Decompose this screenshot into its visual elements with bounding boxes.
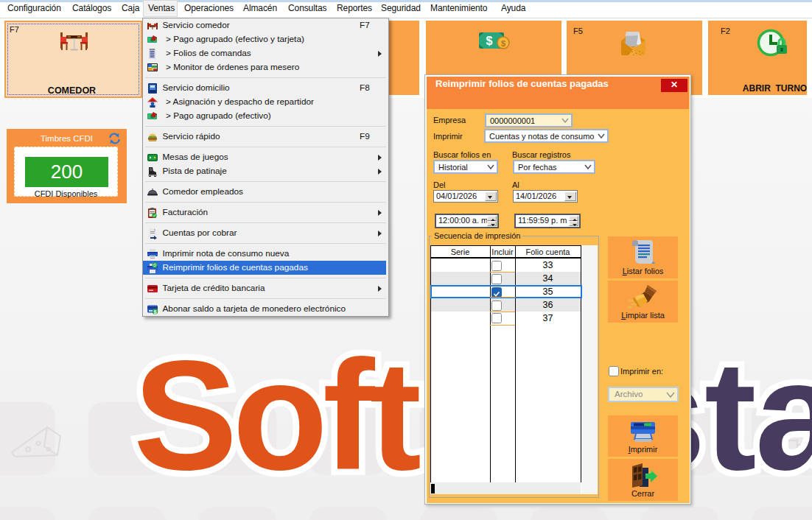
svg-text:$: $ [501,39,505,48]
svg-text:$: $ [486,35,493,47]
